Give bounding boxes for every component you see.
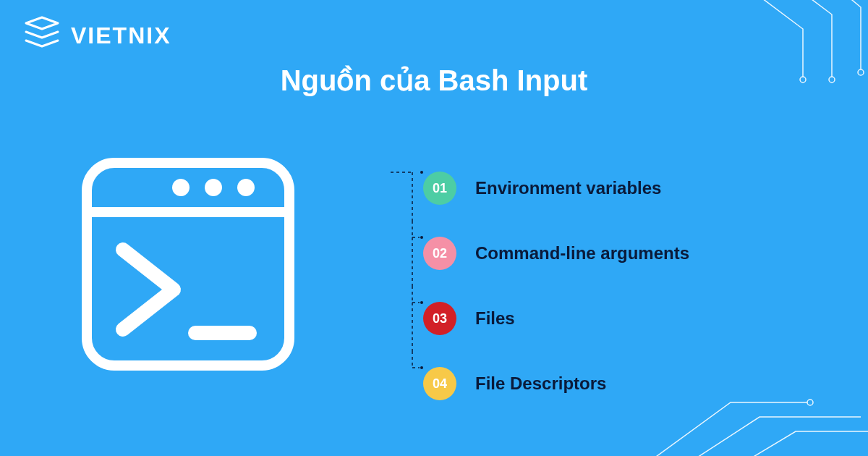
- item-label: File Descriptors: [475, 373, 606, 394]
- connector-line: [391, 221, 423, 286]
- svg-point-4: [237, 179, 255, 196]
- svg-point-3: [205, 179, 222, 196]
- decoration-circuit-top: [731, 0, 868, 90]
- brand-name: VIETNIX: [71, 22, 171, 49]
- item-badge-2: 02: [423, 237, 456, 270]
- svg-point-6: [420, 171, 423, 174]
- connector-line: [391, 286, 423, 351]
- brand-logo: VIETNIX: [23, 16, 171, 55]
- svg-point-2: [172, 179, 190, 196]
- item-label: Files: [475, 308, 515, 329]
- stack-icon: [23, 16, 61, 55]
- svg-point-15: [807, 400, 813, 405]
- list-item: 01 Environment variables: [423, 156, 689, 221]
- svg-point-13: [858, 69, 864, 75]
- svg-point-8: [420, 301, 423, 304]
- item-badge-1: 01: [423, 172, 456, 205]
- svg-point-11: [800, 77, 806, 83]
- svg-rect-0: [87, 163, 289, 366]
- connector-line: [391, 156, 423, 221]
- item-badge-3: 03: [423, 302, 456, 335]
- item-label: Command-line arguments: [475, 243, 689, 263]
- connector-line: [391, 351, 423, 416]
- decoration-circuit-bottom: [644, 337, 868, 456]
- svg-point-12: [829, 77, 835, 83]
- item-badge-4: 04: [423, 367, 456, 400]
- item-label: Environment variables: [475, 178, 661, 198]
- terminal-icon: [80, 156, 297, 376]
- svg-point-7: [420, 236, 423, 239]
- svg-point-9: [420, 366, 423, 369]
- list-item: 02 Command-line arguments: [423, 221, 689, 286]
